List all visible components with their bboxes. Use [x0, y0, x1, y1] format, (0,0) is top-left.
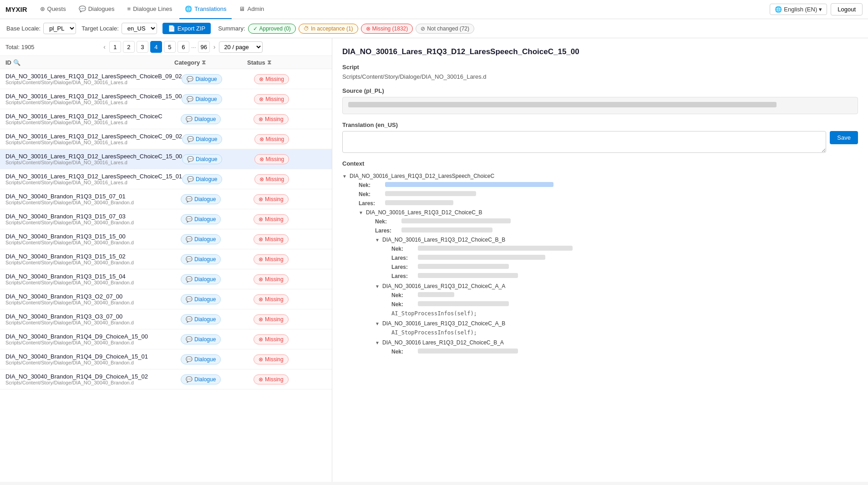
translation-section: Translation (en_US) Save [342, 121, 858, 153]
table-row[interactable]: DIA_NO_30016_Lares_R1Q3_D12_LaresSpeech_… [0, 69, 332, 89]
category-badge: 💬 Dialogue [181, 234, 221, 244]
blurred-text [385, 191, 476, 196]
right-panel: DIA_NO_30016_Lares_R1Q3_D12_LaresSpeech_… [332, 38, 868, 482]
tree-node-name: DIA_NO_30016_Lares_R1Q3_D12_LaresSpeech_… [350, 173, 494, 179]
row-script: Scripts/Content/Story/Dialoge/DIA_NO_300… [5, 280, 181, 285]
tree-collapse-icon: ▼ [375, 340, 381, 345]
table-row[interactable]: DIA_NO_30040_Brandon_R1Q3_D15_15_02 Scri… [0, 249, 332, 269]
export-zip-button[interactable]: 📄 Export ZIP [162, 23, 211, 34]
tree-speaker: Nek: [375, 218, 398, 225]
context-tree: ▼ DIA_NO_30016_Lares_R1Q3_D12_LaresSpeec… [342, 172, 858, 356]
tree-speaker: Lares: [359, 200, 381, 207]
tree-node-header[interactable]: ▼ DIA_NO_30016_Lares_R1Q3_D12_ChoiceC_B [350, 208, 858, 217]
category-badge: 💬 Dialogue [181, 254, 221, 264]
table-row[interactable]: DIA_NO_30040_Brandon_R1Q3_D15_07_03 Scri… [0, 209, 332, 229]
col-header-status: Status ⧗ [247, 59, 320, 66]
page-6-button[interactable]: 6 [178, 41, 189, 53]
tree-node-header[interactable]: ▼ DIA_NO_30016_Lares_R1Q3_D12_ChoiceC_A_… [359, 319, 858, 328]
source-box [342, 97, 858, 114]
tree-row: Nek: [367, 291, 858, 300]
page-1-button[interactable]: 1 [109, 41, 121, 53]
language-selector[interactable]: 🌐 English (EN) ▾ [770, 4, 827, 15]
search-icon[interactable]: 🔍 [13, 59, 20, 66]
tree-node-header[interactable]: ▼ DIA_NO_30016 Lares_R1Q3_D12_ChoiceC_B_… [359, 338, 858, 347]
tree-node-header[interactable]: ▼ DIA_NO_30016_Lares_R1Q3_D12_ChoiceC_A_… [359, 282, 858, 291]
clock-icon: ⏱ [304, 25, 309, 32]
tree-children: Nek: [359, 347, 858, 356]
source-section: Source (pl_PL) [342, 87, 858, 114]
row-id-cell: DIA_NO_30040_Brandon_R1Q3_D15_07_03 Scri… [5, 209, 181, 229]
row-script: Scripts/Content/Story/Dialoge/DIA_NO_300… [5, 80, 182, 85]
row-id: DIA_NO_30040_Brandon_R1Q3_D15_15_02 [5, 253, 181, 260]
dialogue-icon: 💬 [187, 136, 194, 142]
row-id: DIA_NO_30040_Brandon_R1Q4_D9_ChoiceA_15_… [5, 333, 181, 340]
table-row[interactable]: DIA_NO_30016_Lares_R1Q3_D12_LaresSpeech_… [0, 129, 332, 149]
nav-item-quests[interactable]: ⊛ Quests [35, 0, 71, 19]
status-badge: ⊗ Missing [254, 254, 289, 264]
page-4-button[interactable]: 4 [150, 41, 162, 53]
save-button[interactable]: Save [830, 131, 858, 144]
row-category: 💬 Dialogue [181, 269, 254, 289]
dialogue-icon: 💬 [187, 156, 194, 162]
nav-item-dialogues[interactable]: 💬 Dialogues [73, 0, 120, 19]
missing-badge[interactable]: ⊗ Missing (1832) [361, 24, 413, 34]
table-row[interactable]: DIA_NO_30040_Brandon_R1Q3_D15_15_04 Scri… [0, 269, 332, 289]
dialogue-icon: 💬 [187, 96, 193, 102]
row-status: ⊗ Missing [254, 289, 326, 309]
nav-item-admin[interactable]: 🖥 Admin [233, 0, 269, 19]
page-2-button[interactable]: 2 [123, 41, 135, 53]
base-locale-select[interactable]: pl_PL [43, 23, 76, 34]
dialogues-icon: 💬 [79, 5, 86, 12]
prev-page-button[interactable]: ‹ [102, 43, 107, 51]
table-row[interactable]: DIA_NO_30040_Brandon_R1Q4_D9_ChoiceA_15_… [0, 329, 332, 349]
nav-item-translations[interactable]: 🌐 Translations [179, 0, 232, 19]
page-5-button[interactable]: 5 [164, 41, 176, 53]
script-section: Script Scripts/Content/Story/Dialoge/DIA… [342, 64, 858, 80]
dash-icon: ⊘ [421, 25, 425, 32]
category-badge: 💬 Dialogue [181, 114, 221, 124]
row-status: ⊗ Missing [254, 309, 326, 329]
blurred-text [385, 200, 453, 205]
nav-item-dialogue-lines[interactable]: ≡ Dialogue Lines [122, 0, 178, 19]
table-row[interactable]: DIA_NO_30040_Brandon_R1Q4_D9_ChoiceA_15_… [0, 369, 332, 389]
row-status: ⊗ Missing [254, 149, 326, 169]
status-badge: ⊗ Missing [254, 194, 289, 204]
row-id: DIA_NO_30016_Lares_R1Q3_D12_LaresSpeech_… [5, 133, 182, 140]
tree-node-header[interactable]: ▼ DIA_NO_30016_Lares_R1Q3_D12_ChoiceC_B_… [359, 235, 858, 244]
tree-row: Nek: [350, 190, 858, 199]
tree-node-header[interactable]: ▼ DIA_NO_30016_Lares_R1Q3_D12_LaresSpeec… [342, 172, 858, 181]
filter-icon[interactable]: ⧗ [202, 59, 206, 66]
table-row[interactable]: DIA_NO_30016_Lares_R1Q3_D12_LaresSpeech_… [0, 149, 332, 169]
table-row[interactable]: DIA_NO_30016_Lares_R1Q3_D12_LaresSpeech_… [0, 89, 332, 109]
translation-input[interactable] [342, 131, 826, 153]
table-row[interactable]: DIA_NO_30016_Lares_R1Q3_D12_LaresSpeech_… [0, 109, 332, 129]
table-row[interactable]: DIA_NO_30040_Brandon_R1Q3_D15_07_01 Scri… [0, 189, 332, 209]
nav-right: 🌐 English (EN) ▾ Logout [770, 3, 863, 15]
target-locale-select[interactable]: en_US [122, 23, 157, 34]
unchanged-badge[interactable]: ⊘ Not changed (72) [416, 24, 474, 34]
logout-button[interactable]: Logout [831, 3, 863, 15]
tree-node-name: DIA_NO_30016_Lares_R1Q3_D12_ChoiceC_A_A [382, 283, 505, 289]
category-badge: 💬 Dialogue [181, 214, 221, 224]
category-badge: 💬 Dialogue [181, 334, 221, 344]
category-badge: 💬 Dialogue [182, 134, 222, 144]
row-id-cell: DIA_NO_30040_Brandon_R1Q4_D9_ChoiceA_15_… [5, 329, 181, 349]
in-acceptance-badge[interactable]: ⏱ In acceptance (1) [299, 24, 358, 34]
table-row[interactable]: DIA_NO_30040_Brandon_R1Q3_D15_15_00 Scri… [0, 229, 332, 249]
row-status: ⊗ Missing [254, 249, 326, 269]
next-page-button[interactable]: › [212, 43, 218, 51]
approved-badge[interactable]: ✓ Approved (0) [248, 24, 296, 34]
dialogue-icon: 💬 [186, 236, 193, 242]
page-3-button[interactable]: 3 [137, 41, 148, 53]
table-row[interactable]: DIA_NO_30040_Brandon_R1Q3_O3_07_00 Scrip… [0, 309, 332, 329]
table-row[interactable]: DIA_NO_30040_Brandon_R1Q4_D9_ChoiceA_15_… [0, 349, 332, 369]
dialogue-icon: 💬 [186, 216, 193, 222]
table-row[interactable]: DIA_NO_30016_Lares_R1Q3_D12_LaresSpeech_… [0, 169, 332, 189]
row-category: 💬 Dialogue [182, 89, 254, 109]
per-page-select[interactable]: 20 / page 50 / page 100 / page [219, 41, 263, 53]
col-header-id: ID 🔍 [5, 59, 174, 66]
missing-icon: ⊗ [259, 136, 264, 142]
table-row[interactable]: DIA_NO_30040_Brandon_R1Q3_O2_07_00 Scrip… [0, 289, 332, 309]
page-96-button[interactable]: 96 [198, 41, 210, 53]
status-filter-icon[interactable]: ⧗ [267, 59, 271, 66]
